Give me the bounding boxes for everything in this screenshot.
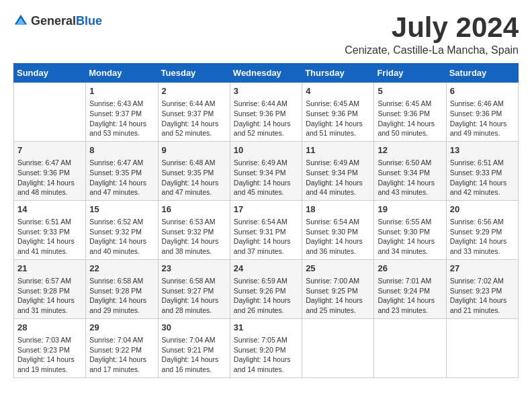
cell-content: Sunrise: 6:57 AM Sunset: 9:28 PM Dayligh… bbox=[17, 276, 82, 316]
week-row-1: 1Sunrise: 6:43 AM Sunset: 9:37 PM Daylig… bbox=[14, 83, 519, 142]
calendar-cell bbox=[302, 318, 374, 377]
calendar-cell: 14Sunrise: 6:51 AM Sunset: 9:33 PM Dayli… bbox=[14, 200, 86, 259]
cell-content: Sunrise: 6:58 AM Sunset: 9:27 PM Dayligh… bbox=[162, 276, 226, 316]
cell-content: Sunrise: 6:54 AM Sunset: 9:31 PM Dayligh… bbox=[234, 217, 298, 257]
column-header-tuesday: Tuesday bbox=[158, 64, 230, 83]
column-header-saturday: Saturday bbox=[446, 64, 518, 83]
calendar-cell: 29Sunrise: 7:04 AM Sunset: 9:22 PM Dayli… bbox=[86, 318, 158, 377]
day-number: 25 bbox=[306, 263, 370, 275]
calendar-cell: 21Sunrise: 6:57 AM Sunset: 9:28 PM Dayli… bbox=[14, 259, 86, 318]
calendar-cell: 30Sunrise: 7:04 AM Sunset: 9:21 PM Dayli… bbox=[158, 318, 230, 377]
day-number: 13 bbox=[450, 144, 515, 156]
day-number: 23 bbox=[162, 263, 226, 275]
column-header-wednesday: Wednesday bbox=[230, 64, 302, 83]
cell-content: Sunrise: 6:52 AM Sunset: 9:32 PM Dayligh… bbox=[89, 217, 154, 257]
cell-content: Sunrise: 6:54 AM Sunset: 9:30 PM Dayligh… bbox=[306, 217, 370, 257]
day-number: 27 bbox=[450, 263, 515, 275]
day-number: 14 bbox=[17, 203, 82, 216]
cell-content: Sunrise: 6:50 AM Sunset: 9:34 PM Dayligh… bbox=[378, 158, 442, 197]
column-header-sunday: Sunday bbox=[14, 64, 86, 83]
logo: GeneralBlue bbox=[13, 13, 102, 28]
cell-content: Sunrise: 6:49 AM Sunset: 9:34 PM Dayligh… bbox=[234, 158, 298, 197]
cell-content: Sunrise: 6:53 AM Sunset: 9:32 PM Dayligh… bbox=[162, 217, 226, 257]
column-header-monday: Monday bbox=[86, 64, 158, 83]
cell-content: Sunrise: 6:51 AM Sunset: 9:33 PM Dayligh… bbox=[17, 217, 82, 257]
calendar-cell: 26Sunrise: 7:01 AM Sunset: 9:24 PM Dayli… bbox=[374, 259, 446, 318]
day-number: 24 bbox=[234, 263, 298, 275]
calendar-cell: 19Sunrise: 6:55 AM Sunset: 9:30 PM Dayli… bbox=[374, 200, 446, 259]
day-number: 20 bbox=[450, 203, 515, 216]
column-header-friday: Friday bbox=[374, 64, 446, 83]
calendar-cell: 31Sunrise: 7:05 AM Sunset: 9:20 PM Dayli… bbox=[230, 318, 302, 377]
cell-content: Sunrise: 6:45 AM Sunset: 9:36 PM Dayligh… bbox=[306, 99, 370, 138]
calendar-cell: 6Sunrise: 6:46 AM Sunset: 9:36 PM Daylig… bbox=[446, 83, 518, 142]
cell-content: Sunrise: 6:55 AM Sunset: 9:30 PM Dayligh… bbox=[378, 217, 442, 257]
calendar-cell: 18Sunrise: 6:54 AM Sunset: 9:30 PM Dayli… bbox=[302, 200, 374, 259]
calendar-cell: 20Sunrise: 6:56 AM Sunset: 9:29 PM Dayli… bbox=[446, 200, 518, 259]
calendar-cell: 24Sunrise: 6:59 AM Sunset: 9:26 PM Dayli… bbox=[230, 259, 302, 318]
cell-content: Sunrise: 6:49 AM Sunset: 9:34 PM Dayligh… bbox=[306, 158, 370, 197]
day-number: 7 bbox=[17, 144, 82, 156]
week-row-5: 28Sunrise: 7:03 AM Sunset: 9:23 PM Dayli… bbox=[14, 318, 519, 377]
calendar-cell: 17Sunrise: 6:54 AM Sunset: 9:31 PM Dayli… bbox=[230, 200, 302, 259]
calendar-header-row: SundayMondayTuesdayWednesdayThursdayFrid… bbox=[14, 64, 519, 83]
cell-content: Sunrise: 6:48 AM Sunset: 9:35 PM Dayligh… bbox=[162, 158, 226, 197]
cell-content: Sunrise: 7:00 AM Sunset: 9:25 PM Dayligh… bbox=[306, 276, 370, 316]
calendar-table: SundayMondayTuesdayWednesdayThursdayFrid… bbox=[13, 63, 519, 378]
calendar-cell: 9Sunrise: 6:48 AM Sunset: 9:35 PM Daylig… bbox=[158, 141, 230, 200]
cell-content: Sunrise: 7:04 AM Sunset: 9:22 PM Dayligh… bbox=[89, 335, 154, 375]
calendar-cell: 7Sunrise: 6:47 AM Sunset: 9:36 PM Daylig… bbox=[14, 141, 86, 200]
day-number: 9 bbox=[162, 144, 226, 156]
calendar-cell: 2Sunrise: 6:44 AM Sunset: 9:37 PM Daylig… bbox=[158, 83, 230, 142]
day-number: 16 bbox=[162, 203, 226, 216]
day-number: 17 bbox=[234, 203, 298, 216]
day-number: 22 bbox=[89, 263, 154, 275]
calendar-cell bbox=[14, 83, 86, 142]
calendar-cell: 13Sunrise: 6:51 AM Sunset: 9:33 PM Dayli… bbox=[446, 141, 518, 200]
calendar-cell: 23Sunrise: 6:58 AM Sunset: 9:27 PM Dayli… bbox=[158, 259, 230, 318]
cell-content: Sunrise: 6:51 AM Sunset: 9:33 PM Dayligh… bbox=[450, 158, 515, 197]
cell-content: Sunrise: 7:02 AM Sunset: 9:23 PM Dayligh… bbox=[450, 276, 515, 316]
cell-content: Sunrise: 6:59 AM Sunset: 9:26 PM Dayligh… bbox=[234, 276, 298, 316]
cell-content: Sunrise: 7:05 AM Sunset: 9:20 PM Dayligh… bbox=[234, 335, 298, 375]
title-area: July 2024 Cenizate, Castille-La Mancha, … bbox=[345, 13, 519, 56]
calendar-cell: 25Sunrise: 7:00 AM Sunset: 9:25 PM Dayli… bbox=[302, 259, 374, 318]
day-number: 8 bbox=[89, 144, 154, 156]
day-number: 26 bbox=[378, 263, 442, 275]
day-number: 29 bbox=[89, 322, 154, 334]
cell-content: Sunrise: 6:45 AM Sunset: 9:36 PM Dayligh… bbox=[378, 99, 442, 138]
day-number: 5 bbox=[378, 85, 442, 97]
calendar-cell: 8Sunrise: 6:47 AM Sunset: 9:35 PM Daylig… bbox=[86, 141, 158, 200]
cell-content: Sunrise: 6:44 AM Sunset: 9:36 PM Dayligh… bbox=[234, 99, 298, 138]
cell-content: Sunrise: 6:44 AM Sunset: 9:37 PM Dayligh… bbox=[162, 99, 226, 138]
logo-general: General bbox=[31, 14, 76, 28]
day-number: 30 bbox=[162, 322, 226, 334]
cell-content: Sunrise: 6:43 AM Sunset: 9:37 PM Dayligh… bbox=[89, 99, 154, 138]
column-header-thursday: Thursday bbox=[302, 64, 374, 83]
month-title: July 2024 bbox=[345, 13, 519, 42]
logo-text: GeneralBlue bbox=[31, 14, 102, 28]
calendar-cell: 12Sunrise: 6:50 AM Sunset: 9:34 PM Dayli… bbox=[374, 141, 446, 200]
calendar-cell: 1Sunrise: 6:43 AM Sunset: 9:37 PM Daylig… bbox=[86, 83, 158, 142]
day-number: 28 bbox=[17, 322, 82, 334]
cell-content: Sunrise: 6:47 AM Sunset: 9:36 PM Dayligh… bbox=[17, 158, 82, 197]
day-number: 1 bbox=[89, 85, 154, 97]
day-number: 4 bbox=[306, 85, 370, 97]
day-number: 11 bbox=[306, 144, 370, 156]
day-number: 31 bbox=[234, 322, 298, 334]
calendar-cell: 3Sunrise: 6:44 AM Sunset: 9:36 PM Daylig… bbox=[230, 83, 302, 142]
day-number: 6 bbox=[450, 85, 515, 97]
calendar-cell: 28Sunrise: 7:03 AM Sunset: 9:23 PM Dayli… bbox=[14, 318, 86, 377]
calendar-cell: 10Sunrise: 6:49 AM Sunset: 9:34 PM Dayli… bbox=[230, 141, 302, 200]
logo-icon bbox=[13, 13, 28, 28]
day-number: 18 bbox=[306, 203, 370, 216]
week-row-2: 7Sunrise: 6:47 AM Sunset: 9:36 PM Daylig… bbox=[14, 141, 519, 200]
calendar-cell: 4Sunrise: 6:45 AM Sunset: 9:36 PM Daylig… bbox=[302, 83, 374, 142]
day-number: 15 bbox=[89, 203, 154, 216]
cell-content: Sunrise: 6:46 AM Sunset: 9:36 PM Dayligh… bbox=[450, 99, 515, 138]
calendar-cell bbox=[374, 318, 446, 377]
cell-content: Sunrise: 6:47 AM Sunset: 9:35 PM Dayligh… bbox=[89, 158, 154, 197]
cell-content: Sunrise: 6:56 AM Sunset: 9:29 PM Dayligh… bbox=[450, 217, 515, 257]
cell-content: Sunrise: 6:58 AM Sunset: 9:28 PM Dayligh… bbox=[89, 276, 154, 316]
calendar-cell: 16Sunrise: 6:53 AM Sunset: 9:32 PM Dayli… bbox=[158, 200, 230, 259]
